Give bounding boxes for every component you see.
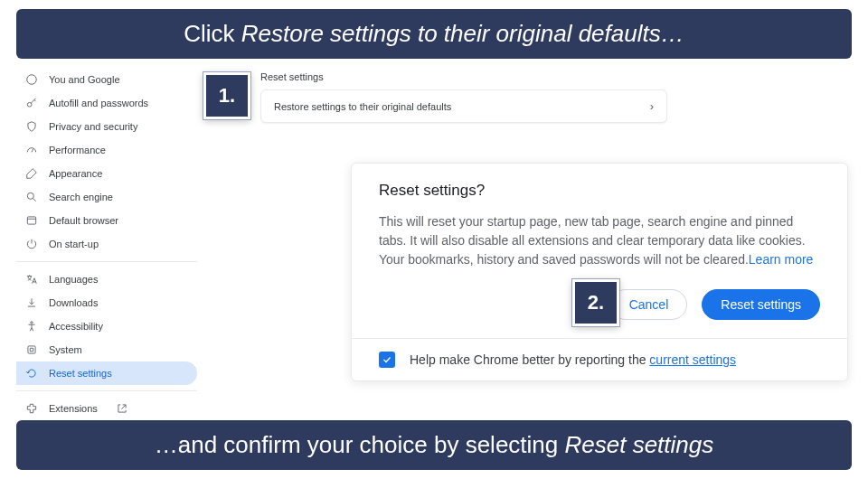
google-icon — [25, 73, 38, 86]
sidebar-separator — [16, 390, 197, 391]
banner-italic: Restore settings to their original defau… — [241, 20, 684, 47]
dialog-body: This will reset your startup page, new t… — [352, 209, 847, 275]
sidebar-item-you-and-google[interactable]: You and Google — [16, 68, 197, 91]
svg-point-1 — [27, 102, 32, 107]
sidebar-item-label: Languages — [49, 274, 98, 285]
reset-settings-dialog: Reset settings? This will reset your sta… — [351, 163, 848, 381]
sidebar-item-label: Performance — [49, 145, 106, 155]
reset-settings-button[interactable]: Reset settings — [702, 289, 820, 320]
sidebar-item-label: Extensions — [49, 403, 98, 414]
reset-icon — [25, 367, 38, 380]
sidebar-item-label: Search engine — [49, 192, 113, 202]
dialog-body-text: This will reset your startup page, new t… — [379, 214, 806, 267]
footer-prefix: Help make Chrome better by reporting the — [410, 352, 649, 367]
settings-sidebar: You and Google Autofill and passwords Pr… — [16, 68, 197, 420]
sidebar-item-label: Appearance — [49, 168, 102, 179]
restore-label: Restore settings to their original defau… — [274, 101, 451, 112]
current-settings-link[interactable]: current settings — [649, 352, 736, 367]
instruction-banner-top: Click Restore settings to their original… — [16, 9, 852, 59]
search-icon — [25, 191, 38, 203]
instruction-banner-bottom: …and confirm your choice by selecting Re… — [16, 420, 852, 470]
paint-icon — [25, 167, 38, 180]
sidebar-item-on-startup[interactable]: On start-up — [16, 232, 197, 256]
sidebar-item-label: Accessibility — [49, 321, 103, 332]
sidebar-item-privacy[interactable]: Privacy and security — [16, 115, 197, 138]
sidebar-item-label: Autofill and passwords — [49, 98, 148, 108]
accessibility-icon — [25, 320, 38, 333]
svg-point-0 — [27, 75, 37, 85]
sidebar-item-downloads[interactable]: Downloads — [16, 291, 197, 314]
step-marker-2: 2. — [572, 279, 619, 326]
banner-text: Click — [184, 20, 241, 47]
restore-defaults-row[interactable]: Restore settings to their original defau… — [260, 89, 667, 123]
sidebar-item-system[interactable]: System — [16, 338, 197, 361]
sidebar-item-label: Downloads — [49, 297, 98, 308]
sidebar-item-search-engine[interactable]: Search engine — [16, 185, 197, 209]
cancel-button[interactable]: Cancel — [610, 289, 688, 320]
sidebar-item-label: Default browser — [49, 215, 118, 226]
svg-point-2 — [27, 192, 33, 199]
dialog-title: Reset settings? — [352, 164, 847, 209]
shield-icon — [25, 120, 38, 133]
svg-rect-5 — [28, 346, 35, 353]
sidebar-item-appearance[interactable]: Appearance — [16, 162, 197, 185]
sidebar-item-label: On start-up — [49, 239, 99, 249]
key-icon — [25, 97, 38, 109]
download-icon — [25, 296, 38, 309]
svg-point-4 — [31, 322, 33, 324]
footer-text: Help make Chrome better by reporting the… — [410, 352, 736, 367]
extension-icon — [25, 402, 38, 415]
sidebar-item-languages[interactable]: Languages — [16, 267, 197, 291]
banner-italic: Reset settings — [565, 431, 714, 458]
sidebar-item-label: You and Google — [49, 74, 120, 85]
learn-more-link[interactable]: Learn more — [749, 252, 814, 267]
banner-text: …and confirm your choice by selecting — [155, 431, 565, 458]
chevron-right-icon: › — [650, 99, 654, 113]
system-icon — [25, 343, 38, 356]
sidebar-item-accessibility[interactable]: Accessibility — [16, 314, 197, 338]
sidebar-item-performance[interactable]: Performance — [16, 138, 197, 162]
language-icon — [25, 273, 38, 286]
sidebar-item-reset-settings[interactable]: Reset settings — [16, 361, 197, 385]
dialog-footer: Help make Chrome better by reporting the… — [352, 338, 847, 380]
section-title: Reset settings — [260, 71, 324, 82]
sidebar-item-label: Privacy and security — [49, 121, 137, 132]
sidebar-item-extensions[interactable]: Extensions — [16, 397, 197, 420]
speedometer-icon — [25, 144, 38, 156]
external-link-icon — [116, 402, 128, 415]
step-marker-1: 1. — [203, 72, 250, 119]
power-icon — [25, 238, 38, 250]
sidebar-item-label: System — [49, 344, 82, 355]
report-settings-checkbox[interactable] — [379, 352, 395, 368]
content-area: You and Google Autofill and passwords Pr… — [16, 68, 852, 411]
sidebar-item-default-browser[interactable]: Default browser — [16, 209, 197, 232]
svg-rect-3 — [27, 217, 35, 224]
sidebar-item-label: Reset settings — [49, 368, 112, 379]
browser-icon — [25, 214, 38, 227]
sidebar-item-autofill[interactable]: Autofill and passwords — [16, 91, 197, 115]
sidebar-separator — [16, 261, 197, 262]
